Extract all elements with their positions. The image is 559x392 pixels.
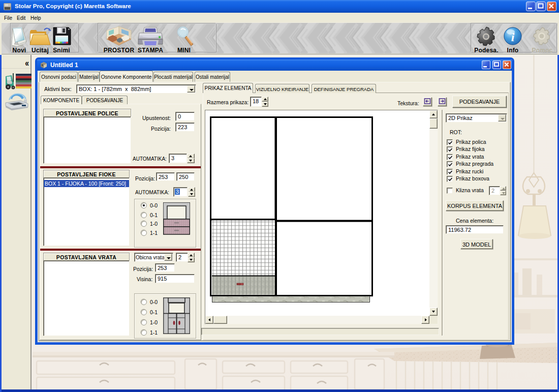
svg-text:i: i: [511, 31, 515, 44]
